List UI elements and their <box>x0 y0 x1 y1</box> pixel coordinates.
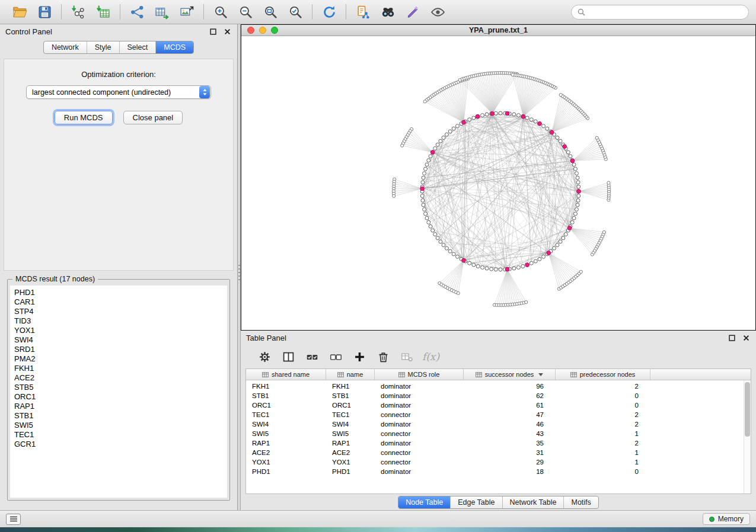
tab-network-table[interactable]: Network Table <box>503 496 564 508</box>
column-header-predecessor-nodes[interactable]: predecessor nodes <box>556 369 650 380</box>
table-row[interactable]: ORC1ORC1dominator610 <box>246 400 751 410</box>
maximize-window-button[interactable] <box>271 27 278 34</box>
tab-network[interactable]: Network <box>44 41 87 53</box>
table-row[interactable]: SWI4SWI4dominator462 <box>246 419 751 429</box>
create-column-button[interactable] <box>349 348 371 366</box>
mcds-result-item[interactable]: ACE2 <box>14 373 227 383</box>
mcds-result-item[interactable]: YOX1 <box>14 326 227 335</box>
mcds-result-title: MCDS result (17 nodes) <box>12 275 98 283</box>
table-cell: 31 <box>464 449 556 456</box>
deselect-all-columns-button[interactable] <box>325 348 347 366</box>
gear-icon <box>259 351 271 363</box>
mcds-result-item[interactable]: RAP1 <box>14 402 227 411</box>
style-wand-button[interactable] <box>400 2 425 22</box>
mcds-result-list[interactable]: PHD1CAR1STP4TID3YOX1SWI4SRD1PMA2FKH1ACE2… <box>10 286 227 498</box>
save-session-button[interactable] <box>32 2 57 22</box>
toolbar-separator <box>203 4 204 20</box>
apply-layout-icon <box>322 5 337 20</box>
export-network-button[interactable] <box>125 2 149 22</box>
network-canvas[interactable] <box>241 36 755 330</box>
mcds-result-item[interactable]: SWI5 <box>14 421 227 430</box>
table-row[interactable]: STB1STB1dominator620 <box>246 391 751 400</box>
table-cell: 1 <box>556 449 650 456</box>
float-table-panel-button[interactable] <box>728 334 736 342</box>
table-cell: RAP1 <box>246 440 326 447</box>
table-cell: connector <box>375 430 464 437</box>
table-row[interactable]: SWI5SWI5connector431 <box>246 429 751 438</box>
close-window-button[interactable] <box>247 27 254 34</box>
table-row[interactable]: YOX1YOX1connector291 <box>246 457 751 467</box>
mcds-result-item[interactable]: PMA2 <box>14 354 227 364</box>
search-input[interactable] <box>589 7 742 17</box>
column-header-name[interactable]: name <box>326 369 375 380</box>
column-header-mcds-role[interactable]: MCDS role <box>375 369 464 380</box>
mcds-button-row: Run MCDS Close panel <box>4 111 233 124</box>
network-window-titlebar[interactable]: YPA_prune.txt_1 <box>241 25 755 36</box>
run-mcds-button[interactable]: Run MCDS <box>55 111 113 124</box>
tab-node-table[interactable]: Node Table <box>398 496 451 508</box>
minimize-window-button[interactable] <box>259 27 266 34</box>
zoom-in-icon <box>213 5 228 20</box>
table-settings-button[interactable] <box>254 348 276 366</box>
delete-column-button[interactable] <box>372 348 394 366</box>
tab-motifs[interactable]: Motifs <box>564 496 598 508</box>
float-panel-button[interactable] <box>209 27 218 36</box>
toolbar-separator <box>312 4 312 20</box>
tab-mcds[interactable]: MCDS <box>156 41 193 53</box>
main-toolbar <box>0 0 756 24</box>
mcds-result-item[interactable]: STB5 <box>14 383 227 392</box>
function-builder-button[interactable]: f(x) <box>420 348 442 366</box>
export-webpage-button[interactable] <box>350 2 375 22</box>
mcds-result-item[interactable]: SRD1 <box>14 345 227 354</box>
vertical-splitter[interactable] <box>238 24 241 510</box>
show-columns-button[interactable] <box>277 348 299 366</box>
mcds-result-item[interactable]: PHD1 <box>14 288 227 297</box>
close-panel-button[interactable] <box>223 27 232 36</box>
close-table-panel-button[interactable] <box>742 334 751 342</box>
import-network-button[interactable] <box>66 2 91 22</box>
zoom-in-button[interactable] <box>208 2 233 22</box>
zoom-selected-button[interactable] <box>283 2 308 22</box>
tab-select[interactable]: Select <box>120 41 157 53</box>
mcds-result-item[interactable]: STB1 <box>14 411 227 421</box>
close-mcds-panel-button[interactable]: Close panel <box>123 111 183 124</box>
mcds-result-item[interactable]: CAR1 <box>14 297 227 307</box>
apply-layout-button[interactable] <box>317 2 342 22</box>
float-window-icon <box>729 335 735 341</box>
zoom-out-button[interactable] <box>233 2 258 22</box>
table-cell: SWI5 <box>326 430 375 437</box>
mcds-result-item[interactable]: TID3 <box>14 316 227 326</box>
column-header-successor-nodes[interactable]: successor nodes <box>464 369 556 380</box>
tab-edge-table[interactable]: Edge Table <box>451 496 502 508</box>
import-table-button[interactable] <box>91 2 116 22</box>
mcds-result-item[interactable]: SWI4 <box>14 335 227 345</box>
network-graph[interactable] <box>241 36 755 330</box>
search-field[interactable] <box>571 5 749 20</box>
mcds-result-item[interactable]: STP4 <box>14 307 227 316</box>
mcds-result-item[interactable]: FKH1 <box>14 364 227 373</box>
tab-style[interactable]: Style <box>87 41 120 53</box>
task-history-button[interactable] <box>6 514 21 525</box>
export-table-button[interactable] <box>149 2 174 22</box>
zoom-fit-button[interactable] <box>258 2 283 22</box>
table-row[interactable]: PHD1PHD1dominator180 <box>246 467 751 476</box>
find-button[interactable] <box>375 2 400 22</box>
mcds-result-item[interactable]: GCR1 <box>14 440 227 449</box>
column-type-icon <box>570 371 577 378</box>
table-row[interactable]: RAP1RAP1dominator352 <box>246 438 751 448</box>
memory-button[interactable]: Memory <box>703 513 750 525</box>
export-image-button[interactable] <box>174 2 199 22</box>
criterion-dropdown[interactable]: largest connected component (undirected) <box>26 85 211 99</box>
delete-table-button[interactable] <box>396 348 418 366</box>
table-row[interactable]: TEC1TEC1connector472 <box>246 410 751 419</box>
open-file-button[interactable] <box>7 2 32 22</box>
mcds-result-item[interactable]: ORC1 <box>14 392 227 402</box>
table-scrollbar[interactable] <box>744 380 751 493</box>
select-all-columns-button[interactable] <box>301 348 323 366</box>
scrollbar-thumb[interactable] <box>745 382 750 437</box>
column-header-shared-name[interactable]: shared name <box>246 369 326 380</box>
table-row[interactable]: FKH1FKH1dominator962 <box>246 382 751 391</box>
table-row[interactable]: ACE2ACE2connector311 <box>246 448 751 457</box>
mcds-result-item[interactable]: TEC1 <box>14 430 227 440</box>
toggle-visibility-button[interactable] <box>425 2 450 22</box>
